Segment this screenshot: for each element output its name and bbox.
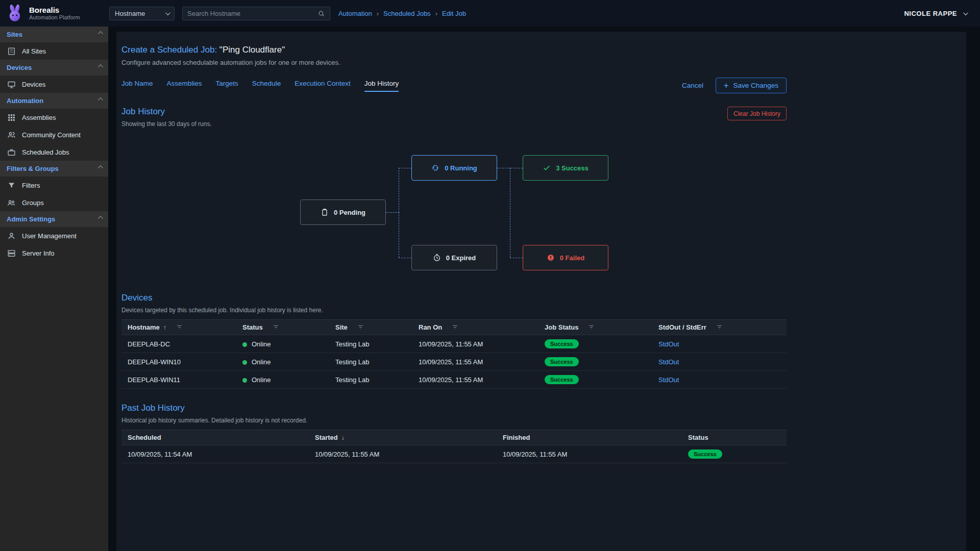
column-filter-icon[interactable] bbox=[357, 324, 364, 331]
table-row[interactable]: DEEPLAB-WIN10 Online Testing Lab 10/09/2… bbox=[121, 353, 787, 371]
sidebar-section-label: Automation bbox=[7, 97, 43, 105]
column-filter-icon[interactable] bbox=[716, 324, 723, 331]
sidebar-item-label: User Management bbox=[22, 232, 77, 240]
column-header-ran-on[interactable]: Ran On bbox=[412, 320, 538, 335]
tab-assemblies[interactable]: Assemblies bbox=[167, 80, 202, 92]
sidebar-section-admin-settings[interactable]: Admin Settings bbox=[0, 211, 108, 227]
tab-job-name[interactable]: Job Name bbox=[121, 80, 153, 92]
devices-description: Devices targeted by this scheduled job. … bbox=[121, 307, 323, 314]
job-history-description: Showing the last 30 days of runs. bbox=[121, 120, 212, 128]
column-header-site[interactable]: Site bbox=[329, 320, 412, 335]
sidebar-item-devices[interactable]: Devices bbox=[0, 76, 108, 93]
past-history-table: Scheduled Started ↓ bbox=[121, 430, 787, 463]
sidebar-section-devices[interactable]: Devices bbox=[0, 60, 108, 76]
sidebar-item-all-sites[interactable]: All Sites bbox=[0, 42, 108, 60]
flow-node-label: 0 Expired bbox=[446, 254, 476, 262]
table-row[interactable]: 10/09/2025, 11:54 AM 10/09/2025, 11:55 A… bbox=[121, 445, 787, 463]
tab-schedule[interactable]: Schedule bbox=[252, 80, 281, 92]
sidebar-item-server-info[interactable]: Server Info bbox=[0, 244, 108, 262]
cell-site: Testing Lab bbox=[329, 353, 412, 371]
column-header-finished[interactable]: Finished bbox=[497, 430, 682, 445]
flow-node-expired[interactable]: 0 Expired bbox=[411, 245, 497, 270]
sidebar-item-scheduled-jobs[interactable]: Scheduled Jobs bbox=[0, 143, 108, 161]
user-name: NICOLE RAPPE bbox=[904, 10, 957, 17]
job-status-flow-canvas: 0 Pending 0 Running bbox=[121, 135, 787, 288]
app-logo-area[interactable]: Borealis Automation Platform bbox=[0, 4, 108, 23]
clock-expired-icon bbox=[433, 254, 441, 262]
tab-execution-context[interactable]: Execution Context bbox=[295, 80, 351, 92]
column-header-job-status[interactable]: Job Status bbox=[538, 320, 652, 335]
plus-icon: + bbox=[724, 82, 728, 90]
cell-status: Online bbox=[236, 353, 329, 371]
column-header-started[interactable]: Started ↓ bbox=[309, 430, 497, 445]
online-status-dot bbox=[242, 342, 247, 347]
sort-desc-icon[interactable]: ↓ bbox=[341, 434, 345, 441]
stdout-link[interactable]: StdOut bbox=[658, 358, 679, 366]
sidebar-item-community-content[interactable]: Community Content bbox=[0, 126, 108, 143]
sidebar-section-filters-groups[interactable]: Filters & Groups bbox=[0, 161, 108, 177]
cell-status: Online bbox=[236, 371, 329, 389]
search-input[interactable] bbox=[187, 10, 317, 17]
cell-job-status: Success bbox=[538, 371, 652, 389]
column-filter-icon[interactable] bbox=[273, 324, 279, 331]
topbar: Borealis Automation Platform Hostname Au… bbox=[0, 0, 980, 27]
cell-started: 10/09/2025, 11:55 AM bbox=[309, 445, 497, 463]
sidebar-item-groups[interactable]: Groups bbox=[0, 194, 108, 211]
breadcrumb-automation[interactable]: Automation bbox=[338, 10, 372, 17]
flow-edge bbox=[510, 168, 510, 258]
column-header-stdout[interactable]: StdOut / StdErr bbox=[652, 320, 787, 335]
column-filter-icon[interactable] bbox=[452, 324, 458, 331]
hostname-filter-select[interactable]: Hostname bbox=[109, 7, 175, 20]
search-icon[interactable] bbox=[317, 10, 325, 17]
sort-asc-icon[interactable]: ↑ bbox=[163, 324, 166, 331]
save-changes-button[interactable]: + Save Changes bbox=[716, 78, 787, 93]
tab-targets[interactable]: Targets bbox=[216, 80, 238, 92]
flow-node-running[interactable]: 0 Running bbox=[411, 155, 497, 181]
chevron-up-icon bbox=[98, 165, 103, 170]
breadcrumb-scheduled-jobs[interactable]: Scheduled Jobs bbox=[383, 10, 431, 17]
cell-stdout: StdOut bbox=[652, 353, 787, 371]
cell-job-status: Success bbox=[538, 353, 652, 371]
sidebar-section-label: Sites bbox=[7, 31, 22, 38]
column-header-status[interactable]: Status bbox=[682, 430, 787, 445]
sidebar-section-sites[interactable]: Sites bbox=[0, 27, 108, 42]
table-row[interactable]: DEEPLAB-WIN11 Online Testing Lab 10/09/2… bbox=[121, 371, 787, 389]
past-job-history-section: Past Job History Historical job history … bbox=[121, 403, 787, 463]
sidebar-item-assemblies[interactable]: Assemblies bbox=[0, 109, 108, 126]
stdout-link[interactable]: StdOut bbox=[658, 376, 679, 384]
clear-job-history-button[interactable]: Clear Job History bbox=[727, 107, 787, 120]
page-title-prefix: Create a Scheduled Job: bbox=[121, 45, 217, 55]
flow-node-failed[interactable]: 0 Failed bbox=[523, 245, 608, 270]
status-badge: Success bbox=[545, 357, 579, 366]
sidebar-item-filters[interactable]: Filters bbox=[0, 177, 108, 194]
user-menu[interactable]: NICOLE RAPPE bbox=[904, 10, 967, 17]
app-title-block: Borealis Automation Platform bbox=[29, 6, 80, 21]
flow-node-pending[interactable]: 0 Pending bbox=[300, 199, 386, 225]
tab-job-history[interactable]: Job History bbox=[364, 80, 399, 92]
flow-node-success[interactable]: 3 Success bbox=[523, 155, 608, 181]
status-badge: Success bbox=[545, 375, 579, 384]
column-header-scheduled[interactable]: Scheduled bbox=[121, 430, 309, 445]
column-filter-icon[interactable] bbox=[588, 324, 595, 331]
sidebar-item-user-management[interactable]: User Management bbox=[0, 227, 108, 244]
flow-node-label: 0 Pending bbox=[334, 209, 365, 216]
sidebar-section-automation[interactable]: Automation bbox=[0, 93, 108, 109]
stdout-link[interactable]: StdOut bbox=[658, 340, 679, 348]
sidebar-item-label: Filters bbox=[22, 182, 40, 189]
table-row[interactable]: DEEPLAB-DC Online Testing Lab 10/09/2025… bbox=[121, 335, 787, 353]
sync-running-icon bbox=[431, 164, 439, 172]
past-history-header-row: Scheduled Started ↓ bbox=[121, 430, 787, 445]
column-header-hostname[interactable]: Hostname ↑ bbox=[121, 320, 236, 335]
building-icon bbox=[7, 47, 16, 56]
sidebar-item-label: Server Info bbox=[22, 249, 55, 257]
flow-edge bbox=[399, 212, 399, 258]
sidebar-item-label: Scheduled Jobs bbox=[22, 148, 69, 156]
column-filter-icon[interactable] bbox=[176, 324, 183, 331]
hostname-search bbox=[182, 7, 330, 20]
sidebar-item-label: Community Content bbox=[22, 131, 81, 139]
chevron-down-icon bbox=[165, 10, 170, 15]
breadcrumb-edit-job[interactable]: Edit Job bbox=[442, 10, 466, 17]
cancel-button[interactable]: Cancel bbox=[682, 82, 703, 89]
column-header-status[interactable]: Status bbox=[236, 320, 329, 335]
grid-apps-icon bbox=[7, 113, 16, 122]
